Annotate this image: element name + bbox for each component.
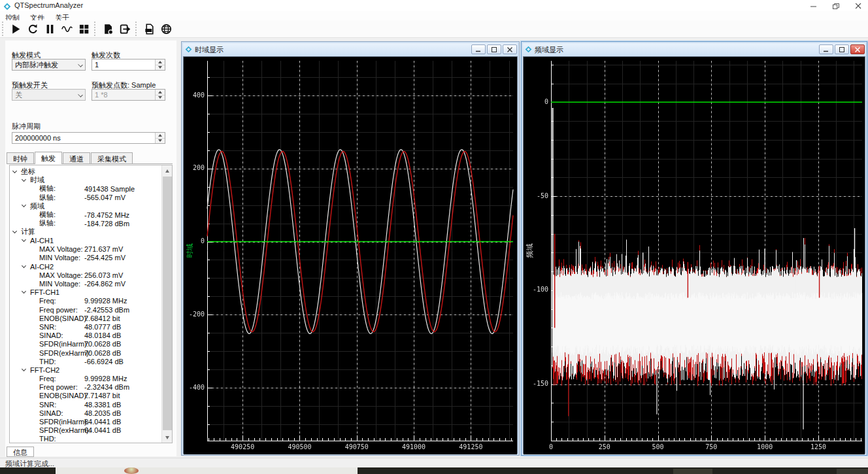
pdf-button[interactable] <box>141 21 158 37</box>
tree-value: 256.073 mV <box>84 271 123 279</box>
export-button[interactable] <box>116 21 133 37</box>
tree-row[interactable]: SFDR(exHarm):70.0628 dB <box>10 348 160 357</box>
time-window-titlebar[interactable]: 时域显示 <box>183 43 518 56</box>
chevron-down-icon[interactable] <box>22 203 26 207</box>
scroll-down-icon[interactable] <box>162 432 173 443</box>
tree-row[interactable]: SFDR(exHarm):64.0441 dB <box>10 426 160 435</box>
tree-row[interactable]: 坐标 <box>10 167 160 176</box>
tree-row[interactable]: SFDR(inHarm):70.0628 dB <box>10 340 160 348</box>
close-button[interactable] <box>503 44 517 54</box>
tree-row[interactable]: 时域 <box>10 176 160 184</box>
sine-button[interactable] <box>58 21 75 37</box>
play-icon <box>10 24 22 35</box>
tree-row[interactable]: Freq:9.99928 MHz <box>10 297 160 305</box>
minimize-button[interactable] <box>803 0 825 11</box>
taskbar-sliver <box>0 467 868 474</box>
spin-up-icon[interactable] <box>156 90 165 95</box>
spin-down-icon[interactable] <box>156 65 165 71</box>
scrollbar-thumb[interactable] <box>163 177 172 430</box>
tree-row[interactable]: MIN Voltage:-264.862 mV <box>10 279 160 288</box>
close-button[interactable] <box>847 0 868 11</box>
minimize-button[interactable] <box>471 44 486 54</box>
tree-row[interactable]: ENOB(SINAD):7.68412 bit <box>10 314 160 322</box>
tree-label: ENOB(SINAD): <box>39 314 88 322</box>
tree-row[interactable]: SINAD:48.0184 dB <box>10 331 160 340</box>
chevron-down-icon[interactable] <box>12 169 17 173</box>
globe-button[interactable] <box>158 21 175 37</box>
tree-row[interactable]: MIN Voltage:-254.425 mV <box>10 254 160 262</box>
tree-row[interactable]: SNR:48.3381 dB <box>10 400 160 409</box>
tree-row[interactable]: 计算 <box>10 228 160 236</box>
tab-2[interactable]: 通道 <box>63 152 90 164</box>
pulse-period-input[interactable]: 200000000 ns <box>12 132 165 144</box>
tree-row[interactable]: AI-CH1 <box>10 237 160 245</box>
tree-label: SFDR(exHarm): <box>39 426 91 434</box>
settings-tabs: 时钟触发通道采集模式 <box>7 152 133 164</box>
tree-row[interactable]: SFDR(inHarm):64.0441 dB <box>10 417 160 426</box>
tree-row[interactable]: 横轴:-78.4752 MHz <box>10 211 160 219</box>
chevron-down-icon[interactable] <box>22 289 26 294</box>
tree-row[interactable]: 横轴:491438 Sample <box>10 184 160 193</box>
tree-row[interactable]: Freq power:-2.42553 dBm <box>10 305 160 314</box>
spin-down-icon[interactable] <box>156 138 165 144</box>
scroll-up-icon[interactable] <box>162 165 173 176</box>
tab-1[interactable]: 触发 <box>35 152 62 164</box>
pause-button[interactable] <box>41 21 58 37</box>
tab-info[interactable]: 信息 <box>7 447 34 457</box>
toolbar <box>0 20 868 38</box>
pretrigger-switch-select[interactable]: 关 <box>12 89 86 101</box>
tree-row[interactable]: 纵轴:-184.728 dBm <box>10 219 160 228</box>
tree-scrollbar[interactable] <box>161 165 172 443</box>
chevron-down-icon[interactable] <box>12 229 17 233</box>
minimize-button[interactable] <box>819 44 833 54</box>
tab-3[interactable]: 采集模式 <box>91 152 133 164</box>
play-button[interactable] <box>7 21 24 37</box>
tree-value: -66.6924 dB <box>84 358 124 365</box>
grid-button[interactable] <box>75 21 92 37</box>
chevron-down-icon[interactable] <box>22 177 26 182</box>
restore-button[interactable] <box>825 0 847 11</box>
pause-icon <box>44 24 56 35</box>
tree-label: Freq: <box>39 375 56 382</box>
chevron-down-icon[interactable] <box>22 263 26 268</box>
export-icon <box>120 24 131 35</box>
titlebar: QTSpectrumAnalyzer <box>0 0 868 11</box>
tree-row[interactable]: MAX Voltage:271.637 mV <box>10 245 160 254</box>
tree-row[interactable]: 频域 <box>10 202 160 211</box>
trigger-mode-select[interactable]: 内部脉冲触发 <box>12 59 86 71</box>
freq-window-titlebar[interactable]: 频域显示 <box>523 43 865 56</box>
tree-row[interactable]: SNR:48.0777 dB <box>10 322 160 331</box>
tree-row[interactable]: 纵轴:-565.047 mV <box>10 194 160 202</box>
spin-down-icon[interactable] <box>156 95 165 101</box>
time-domain-plot[interactable] <box>184 57 517 454</box>
trigger-count-input[interactable]: 1 <box>92 59 165 71</box>
tab-0[interactable]: 时钟 <box>7 152 34 164</box>
save-config-button[interactable] <box>99 21 116 37</box>
maximize-button[interactable] <box>835 44 849 54</box>
spin-up-icon[interactable] <box>156 133 165 138</box>
app-icon <box>525 44 532 56</box>
tree-row[interactable]: FFT-CH1 <box>10 288 160 297</box>
freq-domain-plot[interactable] <box>524 57 865 454</box>
spin-up-icon[interactable] <box>156 59 165 65</box>
tree-row[interactable]: Freq:9.99928 MHz <box>10 375 160 383</box>
toolbar-grip[interactable] <box>2 22 5 36</box>
toolbar-grip <box>94 22 97 36</box>
tree-row[interactable]: FFT-CH2 <box>10 365 160 374</box>
pretrigger-points-input[interactable]: 1 *8 <box>92 89 165 101</box>
tree-label: FFT-CH2 <box>30 366 59 374</box>
tree-row[interactable]: Freq power:-2.32434 dBm <box>10 383 160 392</box>
tree-row[interactable]: ENOB(SINAD):7.71487 bit <box>10 392 160 400</box>
tree-value: -184.728 dBm <box>84 220 129 228</box>
tree-label: Freq: <box>39 297 56 305</box>
chevron-down-icon[interactable] <box>22 237 26 242</box>
tree-row[interactable]: MAX Voltage:256.073 mV <box>10 271 160 279</box>
tree-row[interactable]: THD: <box>10 435 160 443</box>
chevron-down-icon[interactable] <box>22 367 26 371</box>
tree-row[interactable]: THD:-66.6924 dB <box>10 357 160 365</box>
maximize-button[interactable] <box>487 44 501 54</box>
loop-button[interactable] <box>24 21 41 37</box>
close-button[interactable] <box>850 44 865 54</box>
tree-row[interactable]: SINAD:48.2035 dB <box>10 409 160 417</box>
tree-row[interactable]: AI-CH2 <box>10 262 160 271</box>
